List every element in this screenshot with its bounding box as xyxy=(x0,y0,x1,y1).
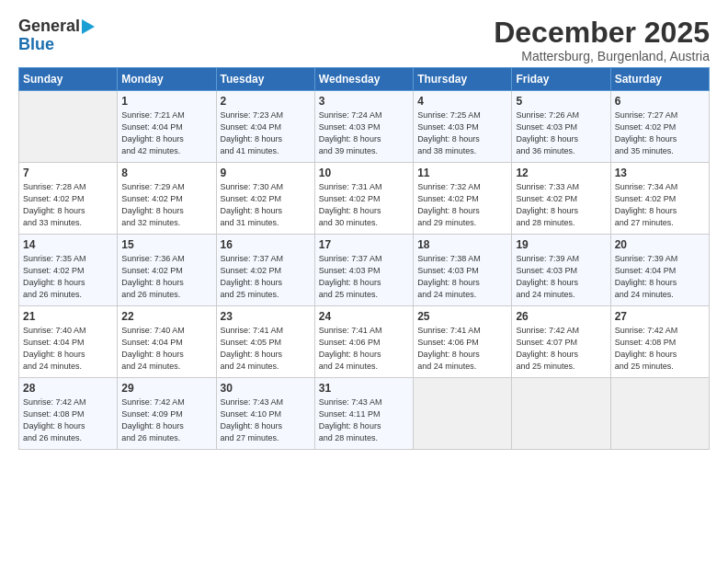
day-number: 13 xyxy=(615,167,705,179)
day-info: Sunrise: 7:21 AM Sunset: 4:04 PM Dayligh… xyxy=(121,109,211,157)
day-info: Sunrise: 7:43 AM Sunset: 4:10 PM Dayligh… xyxy=(221,396,311,444)
day-info: Sunrise: 7:40 AM Sunset: 4:04 PM Dayligh… xyxy=(121,325,211,373)
day-info: Sunrise: 7:42 AM Sunset: 4:09 PM Dayligh… xyxy=(121,396,211,444)
day-number: 6 xyxy=(615,95,705,108)
logo-arrow-icon xyxy=(82,19,95,34)
day-number: 11 xyxy=(417,167,507,179)
day-info: Sunrise: 7:41 AM Sunset: 4:06 PM Dayligh… xyxy=(417,325,507,373)
day-cell: 8Sunrise: 7:29 AM Sunset: 4:02 PM Daylig… xyxy=(118,163,216,235)
calendar-table: SundayMondayTuesdayWednesdayThursdayFrid… xyxy=(18,67,710,450)
day-info: Sunrise: 7:42 AM Sunset: 4:08 PM Dayligh… xyxy=(23,396,113,444)
logo-general: General xyxy=(18,17,80,36)
logo-blue: Blue xyxy=(18,36,54,52)
day-number: 1 xyxy=(121,95,211,108)
title-block: December 2025 Mattersburg, Burgenland, A… xyxy=(494,17,710,63)
day-number: 16 xyxy=(221,238,311,251)
day-cell: 30Sunrise: 7:43 AM Sunset: 4:10 PM Dayli… xyxy=(216,378,314,450)
page-container: General Blue December 2025 Mattersburg, … xyxy=(0,0,728,459)
day-cell: 9Sunrise: 7:30 AM Sunset: 4:02 PM Daylig… xyxy=(216,163,314,235)
day-info: Sunrise: 7:27 AM Sunset: 4:02 PM Dayligh… xyxy=(615,109,705,157)
day-number: 5 xyxy=(516,95,606,108)
day-cell: 19Sunrise: 7:39 AM Sunset: 4:03 PM Dayli… xyxy=(512,235,610,306)
day-cell: 11Sunrise: 7:32 AM Sunset: 4:02 PM Dayli… xyxy=(414,163,512,235)
week-row-3: 14Sunrise: 7:35 AM Sunset: 4:02 PM Dayli… xyxy=(19,235,710,306)
day-number: 30 xyxy=(221,382,311,395)
col-header-monday: Monday xyxy=(118,68,216,91)
day-number: 17 xyxy=(319,238,409,251)
day-number: 24 xyxy=(319,310,409,323)
day-cell: 21Sunrise: 7:40 AM Sunset: 4:04 PM Dayli… xyxy=(19,306,118,378)
day-cell xyxy=(512,378,610,450)
day-cell xyxy=(610,378,709,450)
day-number: 2 xyxy=(221,95,311,108)
day-cell xyxy=(19,91,118,163)
day-cell: 14Sunrise: 7:35 AM Sunset: 4:02 PM Dayli… xyxy=(19,235,118,306)
day-cell: 7Sunrise: 7:28 AM Sunset: 4:02 PM Daylig… xyxy=(19,163,118,235)
day-info: Sunrise: 7:39 AM Sunset: 4:04 PM Dayligh… xyxy=(615,253,705,301)
day-info: Sunrise: 7:33 AM Sunset: 4:02 PM Dayligh… xyxy=(516,181,606,229)
day-info: Sunrise: 7:37 AM Sunset: 4:02 PM Dayligh… xyxy=(221,253,311,301)
day-cell: 5Sunrise: 7:26 AM Sunset: 4:03 PM Daylig… xyxy=(512,91,610,163)
day-cell: 25Sunrise: 7:41 AM Sunset: 4:06 PM Dayli… xyxy=(414,306,512,378)
day-info: Sunrise: 7:41 AM Sunset: 4:06 PM Dayligh… xyxy=(319,325,409,373)
logo: General Blue xyxy=(18,17,95,52)
day-number: 14 xyxy=(23,238,113,251)
day-info: Sunrise: 7:24 AM Sunset: 4:03 PM Dayligh… xyxy=(319,109,409,157)
day-cell: 31Sunrise: 7:43 AM Sunset: 4:11 PM Dayli… xyxy=(314,378,413,450)
day-cell: 28Sunrise: 7:42 AM Sunset: 4:08 PM Dayli… xyxy=(19,378,118,450)
day-info: Sunrise: 7:38 AM Sunset: 4:03 PM Dayligh… xyxy=(417,253,507,301)
day-info: Sunrise: 7:42 AM Sunset: 4:08 PM Dayligh… xyxy=(615,325,705,373)
day-number: 21 xyxy=(23,310,113,323)
day-number: 27 xyxy=(615,310,705,323)
week-row-5: 28Sunrise: 7:42 AM Sunset: 4:08 PM Dayli… xyxy=(19,378,710,450)
day-number: 26 xyxy=(516,310,606,323)
day-info: Sunrise: 7:39 AM Sunset: 4:03 PM Dayligh… xyxy=(516,253,606,301)
day-info: Sunrise: 7:40 AM Sunset: 4:04 PM Dayligh… xyxy=(23,325,113,373)
day-number: 20 xyxy=(615,238,705,251)
day-number: 25 xyxy=(417,310,507,323)
day-number: 28 xyxy=(23,382,113,395)
day-cell: 18Sunrise: 7:38 AM Sunset: 4:03 PM Dayli… xyxy=(414,235,512,306)
day-number: 31 xyxy=(319,382,409,395)
day-info: Sunrise: 7:32 AM Sunset: 4:02 PM Dayligh… xyxy=(417,181,507,229)
day-cell: 1Sunrise: 7:21 AM Sunset: 4:04 PM Daylig… xyxy=(118,91,216,163)
day-number: 19 xyxy=(516,238,606,251)
day-number: 3 xyxy=(319,95,409,108)
day-cell: 17Sunrise: 7:37 AM Sunset: 4:03 PM Dayli… xyxy=(314,235,413,306)
month-title: December 2025 xyxy=(494,17,710,49)
day-cell: 26Sunrise: 7:42 AM Sunset: 4:07 PM Dayli… xyxy=(512,306,610,378)
col-header-wednesday: Wednesday xyxy=(314,68,413,91)
day-cell: 16Sunrise: 7:37 AM Sunset: 4:02 PM Dayli… xyxy=(216,235,314,306)
day-number: 4 xyxy=(417,95,507,108)
day-number: 23 xyxy=(221,310,311,323)
day-info: Sunrise: 7:25 AM Sunset: 4:03 PM Dayligh… xyxy=(417,109,507,157)
day-cell: 27Sunrise: 7:42 AM Sunset: 4:08 PM Dayli… xyxy=(610,306,709,378)
day-cell: 20Sunrise: 7:39 AM Sunset: 4:04 PM Dayli… xyxy=(610,235,709,306)
col-header-saturday: Saturday xyxy=(610,68,709,91)
day-cell: 3Sunrise: 7:24 AM Sunset: 4:03 PM Daylig… xyxy=(314,91,413,163)
day-number: 18 xyxy=(417,238,507,251)
day-number: 10 xyxy=(319,167,409,179)
day-number: 9 xyxy=(221,167,311,179)
day-cell xyxy=(414,378,512,450)
day-info: Sunrise: 7:30 AM Sunset: 4:02 PM Dayligh… xyxy=(221,181,311,229)
col-header-thursday: Thursday xyxy=(414,68,512,91)
col-header-tuesday: Tuesday xyxy=(216,68,314,91)
day-number: 7 xyxy=(23,167,113,179)
day-cell: 13Sunrise: 7:34 AM Sunset: 4:02 PM Dayli… xyxy=(610,163,709,235)
header-row: SundayMondayTuesdayWednesdayThursdayFrid… xyxy=(19,68,710,91)
week-row-2: 7Sunrise: 7:28 AM Sunset: 4:02 PM Daylig… xyxy=(19,163,710,235)
day-cell: 2Sunrise: 7:23 AM Sunset: 4:04 PM Daylig… xyxy=(216,91,314,163)
location-subtitle: Mattersburg, Burgenland, Austria xyxy=(494,49,710,63)
day-number: 15 xyxy=(121,238,211,251)
day-number: 22 xyxy=(121,310,211,323)
day-info: Sunrise: 7:35 AM Sunset: 4:02 PM Dayligh… xyxy=(23,253,113,301)
day-cell: 22Sunrise: 7:40 AM Sunset: 4:04 PM Dayli… xyxy=(118,306,216,378)
day-cell: 15Sunrise: 7:36 AM Sunset: 4:02 PM Dayli… xyxy=(118,235,216,306)
day-info: Sunrise: 7:28 AM Sunset: 4:02 PM Dayligh… xyxy=(23,181,113,229)
day-info: Sunrise: 7:42 AM Sunset: 4:07 PM Dayligh… xyxy=(516,325,606,373)
week-row-4: 21Sunrise: 7:40 AM Sunset: 4:04 PM Dayli… xyxy=(19,306,710,378)
day-info: Sunrise: 7:29 AM Sunset: 4:02 PM Dayligh… xyxy=(121,181,211,229)
header: General Blue December 2025 Mattersburg, … xyxy=(18,17,710,63)
day-info: Sunrise: 7:36 AM Sunset: 4:02 PM Dayligh… xyxy=(121,253,211,301)
